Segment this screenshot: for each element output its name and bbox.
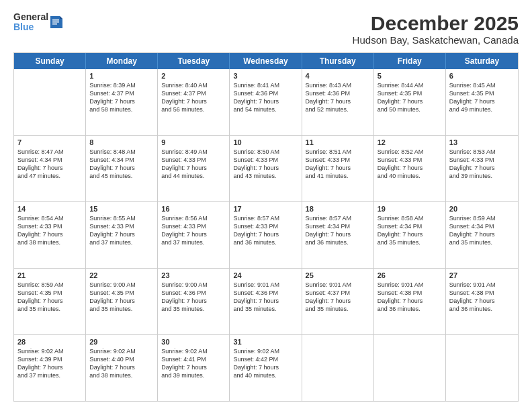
calendar-cell: 16Sunrise: 8:56 AM Sunset: 4:33 PM Dayli… bbox=[158, 202, 230, 268]
cell-info: Sunrise: 8:50 AM Sunset: 4:33 PM Dayligh… bbox=[233, 148, 298, 181]
calendar: SundayMondayTuesdayWednesdayThursdayFrid… bbox=[13, 52, 519, 402]
day-number: 23 bbox=[161, 271, 226, 279]
calendar-cell bbox=[374, 335, 446, 401]
svg-marker-1 bbox=[60, 16, 62, 19]
cell-info: Sunrise: 8:54 AM Sunset: 4:33 PM Dayligh… bbox=[17, 214, 82, 247]
day-number: 17 bbox=[233, 205, 298, 213]
cell-info: Sunrise: 8:49 AM Sunset: 4:33 PM Dayligh… bbox=[161, 148, 226, 181]
calendar-cell: 3Sunrise: 8:41 AM Sunset: 4:36 PM Daylig… bbox=[230, 69, 302, 135]
calendar-cell: 5Sunrise: 8:44 AM Sunset: 4:35 PM Daylig… bbox=[374, 69, 446, 135]
calendar-row-0: 1Sunrise: 8:39 AM Sunset: 4:37 PM Daylig… bbox=[14, 69, 518, 136]
cell-info: Sunrise: 9:01 AM Sunset: 4:38 PM Dayligh… bbox=[449, 281, 515, 314]
cell-info: Sunrise: 9:01 AM Sunset: 4:38 PM Dayligh… bbox=[378, 281, 442, 314]
day-number: 16 bbox=[161, 205, 226, 213]
day-number: 2 bbox=[161, 72, 226, 80]
calendar-cell: 24Sunrise: 9:01 AM Sunset: 4:36 PM Dayli… bbox=[230, 269, 302, 334]
day-number: 13 bbox=[449, 138, 515, 146]
cell-info: Sunrise: 8:43 AM Sunset: 4:36 PM Dayligh… bbox=[306, 81, 370, 114]
header-day-thursday: Thursday bbox=[302, 53, 374, 69]
cell-info: Sunrise: 9:00 AM Sunset: 4:36 PM Dayligh… bbox=[161, 281, 226, 314]
day-number: 29 bbox=[89, 338, 154, 346]
logo-text: General Blue bbox=[13, 12, 48, 33]
header-day-tuesday: Tuesday bbox=[158, 53, 230, 69]
calendar-cell: 19Sunrise: 8:58 AM Sunset: 4:34 PM Dayli… bbox=[374, 202, 446, 268]
svg-rect-4 bbox=[52, 24, 57, 25]
calendar-cell: 13Sunrise: 8:53 AM Sunset: 4:33 PM Dayli… bbox=[446, 136, 518, 201]
cell-info: Sunrise: 8:40 AM Sunset: 4:37 PM Dayligh… bbox=[161, 81, 226, 114]
calendar-cell bbox=[302, 335, 374, 401]
calendar-cell: 14Sunrise: 8:54 AM Sunset: 4:33 PM Dayli… bbox=[14, 202, 86, 268]
calendar-cell: 18Sunrise: 8:57 AM Sunset: 4:34 PM Dayli… bbox=[302, 202, 374, 268]
calendar-cell: 6Sunrise: 8:45 AM Sunset: 4:35 PM Daylig… bbox=[446, 69, 518, 135]
header-day-monday: Monday bbox=[86, 53, 158, 69]
day-number: 27 bbox=[449, 271, 515, 279]
calendar-cell: 17Sunrise: 8:57 AM Sunset: 4:33 PM Dayli… bbox=[230, 202, 302, 268]
day-number: 24 bbox=[233, 271, 298, 279]
calendar-cell: 1Sunrise: 8:39 AM Sunset: 4:37 PM Daylig… bbox=[86, 69, 158, 135]
day-number: 14 bbox=[17, 205, 82, 213]
cell-info: Sunrise: 8:47 AM Sunset: 4:34 PM Dayligh… bbox=[17, 148, 82, 181]
cell-info: Sunrise: 8:59 AM Sunset: 4:34 PM Dayligh… bbox=[449, 214, 515, 247]
page-title: December 2025 bbox=[353, 12, 519, 34]
cell-info: Sunrise: 9:02 AM Sunset: 4:42 PM Dayligh… bbox=[233, 347, 298, 380]
day-number: 18 bbox=[306, 205, 370, 213]
day-number: 3 bbox=[233, 72, 298, 80]
day-number: 12 bbox=[378, 138, 442, 146]
cell-info: Sunrise: 8:58 AM Sunset: 4:34 PM Dayligh… bbox=[378, 214, 442, 247]
calendar-cell: 27Sunrise: 9:01 AM Sunset: 4:38 PM Dayli… bbox=[446, 269, 518, 334]
page: General Blue December 2025 Hudson Bay, S… bbox=[0, 0, 532, 411]
day-number: 25 bbox=[306, 271, 370, 279]
calendar-cell: 22Sunrise: 9:00 AM Sunset: 4:35 PM Dayli… bbox=[86, 269, 158, 334]
day-number: 7 bbox=[17, 138, 82, 146]
logo-icon bbox=[50, 13, 62, 28]
calendar-cell: 10Sunrise: 8:50 AM Sunset: 4:33 PM Dayli… bbox=[230, 136, 302, 201]
cell-info: Sunrise: 8:57 AM Sunset: 4:33 PM Dayligh… bbox=[233, 214, 298, 247]
svg-rect-3 bbox=[52, 21, 59, 23]
calendar-cell: 20Sunrise: 8:59 AM Sunset: 4:34 PM Dayli… bbox=[446, 202, 518, 268]
calendar-cell: 12Sunrise: 8:52 AM Sunset: 4:33 PM Dayli… bbox=[374, 136, 446, 201]
cell-info: Sunrise: 8:59 AM Sunset: 4:35 PM Dayligh… bbox=[17, 281, 82, 314]
cell-info: Sunrise: 9:01 AM Sunset: 4:37 PM Dayligh… bbox=[306, 281, 370, 314]
calendar-cell: 28Sunrise: 9:02 AM Sunset: 4:39 PM Dayli… bbox=[14, 335, 86, 401]
day-number: 11 bbox=[306, 138, 370, 146]
cell-info: Sunrise: 8:51 AM Sunset: 4:33 PM Dayligh… bbox=[306, 148, 370, 181]
cell-info: Sunrise: 9:02 AM Sunset: 4:41 PM Dayligh… bbox=[161, 347, 226, 380]
cell-info: Sunrise: 8:52 AM Sunset: 4:33 PM Dayligh… bbox=[378, 148, 442, 181]
day-number: 28 bbox=[17, 338, 82, 346]
calendar-cell: 7Sunrise: 8:47 AM Sunset: 4:34 PM Daylig… bbox=[14, 136, 86, 201]
cell-info: Sunrise: 8:48 AM Sunset: 4:34 PM Dayligh… bbox=[89, 148, 154, 181]
calendar-cell: 8Sunrise: 8:48 AM Sunset: 4:34 PM Daylig… bbox=[86, 136, 158, 201]
cell-info: Sunrise: 8:41 AM Sunset: 4:36 PM Dayligh… bbox=[233, 81, 298, 114]
day-number: 6 bbox=[449, 72, 515, 80]
cell-info: Sunrise: 8:39 AM Sunset: 4:37 PM Dayligh… bbox=[89, 81, 154, 114]
day-number: 20 bbox=[449, 205, 515, 213]
cell-info: Sunrise: 9:02 AM Sunset: 4:39 PM Dayligh… bbox=[17, 347, 82, 380]
cell-info: Sunrise: 8:44 AM Sunset: 4:35 PM Dayligh… bbox=[378, 81, 442, 114]
calendar-cell bbox=[14, 69, 86, 135]
page-subtitle: Hudson Bay, Saskatchewan, Canada bbox=[353, 34, 519, 46]
day-number: 26 bbox=[378, 271, 442, 279]
calendar-cell: 25Sunrise: 9:01 AM Sunset: 4:37 PM Dayli… bbox=[302, 269, 374, 334]
calendar-cell: 31Sunrise: 9:02 AM Sunset: 4:42 PM Dayli… bbox=[230, 335, 302, 401]
header: General Blue December 2025 Hudson Bay, S… bbox=[13, 12, 519, 46]
cell-info: Sunrise: 9:02 AM Sunset: 4:40 PM Dayligh… bbox=[89, 347, 154, 380]
header-day-friday: Friday bbox=[374, 53, 446, 69]
day-number: 30 bbox=[161, 338, 226, 346]
calendar-row-1: 7Sunrise: 8:47 AM Sunset: 4:34 PM Daylig… bbox=[14, 136, 518, 202]
day-number: 22 bbox=[89, 271, 154, 279]
header-day-wednesday: Wednesday bbox=[230, 53, 302, 69]
day-number: 4 bbox=[306, 72, 370, 80]
day-number: 9 bbox=[161, 138, 226, 146]
calendar-cell: 9Sunrise: 8:49 AM Sunset: 4:33 PM Daylig… bbox=[158, 136, 230, 201]
title-block: December 2025 Hudson Bay, Saskatchewan, … bbox=[353, 12, 519, 46]
calendar-cell: 2Sunrise: 8:40 AM Sunset: 4:37 PM Daylig… bbox=[158, 69, 230, 135]
day-number: 31 bbox=[233, 338, 298, 346]
calendar-cell: 30Sunrise: 9:02 AM Sunset: 4:41 PM Dayli… bbox=[158, 335, 230, 401]
cell-info: Sunrise: 8:57 AM Sunset: 4:34 PM Dayligh… bbox=[306, 214, 370, 247]
header-day-saturday: Saturday bbox=[446, 53, 518, 69]
cell-info: Sunrise: 9:00 AM Sunset: 4:35 PM Dayligh… bbox=[89, 281, 154, 314]
calendar-cell: 4Sunrise: 8:43 AM Sunset: 4:36 PM Daylig… bbox=[302, 69, 374, 135]
calendar-cell: 15Sunrise: 8:55 AM Sunset: 4:33 PM Dayli… bbox=[86, 202, 158, 268]
calendar-header: SundayMondayTuesdayWednesdayThursdayFrid… bbox=[14, 53, 518, 69]
day-number: 19 bbox=[378, 205, 442, 213]
